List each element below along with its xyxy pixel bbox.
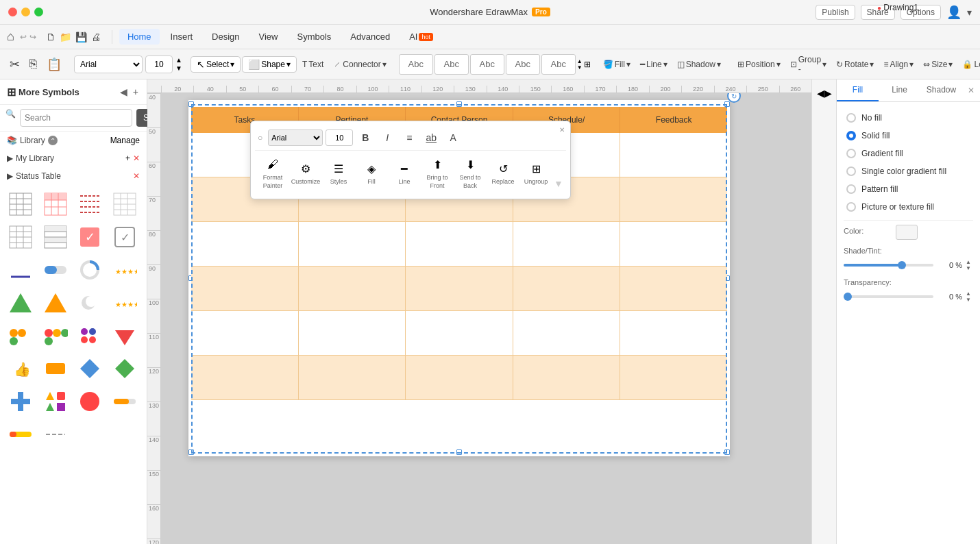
symbol-item-14[interactable] — [40, 288, 71, 318]
style-swatch-3[interactable]: Abc — [470, 54, 504, 75]
minimize-window-btn[interactable] — [21, 8, 30, 16]
remove-library-btn[interactable]: ✕ — [133, 153, 140, 163]
canvas-content[interactable]: ↻ Tasks Pertinent Contact Person Schedul… — [161, 93, 811, 544]
transparency-slider-thumb[interactable] — [844, 293, 852, 301]
symbol-item-12[interactable]: ★★★★★ — [110, 255, 140, 285]
menu-view[interactable]: View — [251, 29, 286, 45]
fill-option-gradient[interactable]: Gradient fill — [844, 145, 973, 162]
align-btn[interactable]: ≡ Align ▾ — [879, 57, 918, 72]
lock-btn[interactable]: 🔒 Lock ▾ — [958, 57, 980, 72]
shape-dropdown[interactable]: ⬜ Shape ▾ — [242, 56, 297, 73]
publish-btn[interactable]: Publish — [816, 5, 855, 20]
user-avatar[interactable]: 👤 — [946, 5, 961, 20]
ft-underline-btn[interactable]: ab — [421, 128, 441, 147]
symbol-item-10[interactable] — [40, 255, 71, 285]
ft-expand-icon[interactable]: ▼ — [554, 178, 563, 192]
symbol-item-24[interactable] — [110, 354, 140, 384]
fill-btn[interactable]: 🪣 Fill ▾ — [599, 57, 635, 72]
styles-expand-btn[interactable]: ⊞ — [584, 60, 591, 69]
symbol-item-7[interactable]: ✓ — [75, 222, 105, 252]
font-size-input[interactable] — [145, 55, 173, 73]
save-icon[interactable]: 💾 — [74, 30, 88, 44]
text-btn[interactable]: T Text — [298, 57, 328, 72]
style-up-btn[interactable]: ▲ — [577, 58, 583, 64]
symbol-item-29[interactable] — [5, 419, 36, 449]
handle-tl[interactable] — [188, 101, 194, 107]
panel-collapse-btn[interactable]: ◀ — [119, 85, 129, 99]
font-family-select[interactable]: Arial — [74, 55, 143, 73]
symbol-item-19[interactable] — [75, 321, 105, 351]
symbol-item-30[interactable] — [40, 419, 71, 449]
transparency-up-btn[interactable]: ▲ — [964, 290, 973, 297]
fill-option-picture[interactable]: Picture or texture fill — [844, 198, 973, 216]
close-window-btn[interactable] — [8, 8, 17, 16]
ft-font-select[interactable]: Arial — [268, 129, 323, 146]
my-library-section[interactable]: ▶ My Library + ✕ — [0, 149, 147, 167]
rotate-btn[interactable]: ↻ Rotate ▾ — [832, 57, 878, 72]
symbol-item-18[interactable] — [40, 321, 71, 351]
search-input[interactable] — [20, 109, 132, 127]
print-icon[interactable]: 🖨 — [90, 30, 102, 44]
ft-size-input[interactable] — [326, 129, 353, 146]
symbol-item-3[interactable] — [75, 189, 105, 219]
symbol-item-20[interactable] — [110, 321, 140, 351]
menu-ai[interactable]: AI hot — [401, 29, 441, 45]
font-size-down-btn[interactable]: ▼ — [175, 64, 182, 72]
library-section[interactable]: 📚 Library ⌃ Manage — [0, 132, 147, 149]
menu-symbols[interactable]: Symbols — [289, 29, 340, 45]
menu-home[interactable]: Home — [119, 29, 160, 45]
symbol-item-27[interactable] — [75, 386, 105, 417]
line-btn[interactable]: ━ Line ▾ — [636, 57, 672, 72]
symbol-item-6[interactable] — [40, 222, 71, 252]
rotate-handle[interactable]: ↻ — [727, 93, 741, 103]
rp-close-btn[interactable]: ✕ — [962, 80, 980, 101]
font-size-up-btn[interactable]: ▲ — [175, 56, 182, 64]
ft-ungroup[interactable]: ⊞ Ungroup — [521, 158, 551, 188]
paste-btn[interactable]: 📋 — [42, 55, 66, 73]
doc-filename[interactable]: Drawing1 — [883, 3, 918, 12]
manage-btn[interactable]: Manage — [110, 136, 140, 145]
ft-italic-btn[interactable]: I — [378, 128, 397, 147]
symbol-item-22[interactable] — [40, 354, 71, 384]
fill-option-none[interactable]: No fill — [844, 109, 973, 127]
chevron-down-icon[interactable]: ▾ — [967, 7, 972, 18]
ft-replace[interactable]: ↺ Replace — [488, 158, 518, 188]
rp-tab-shadow[interactable]: Shadow — [920, 79, 962, 101]
rp-tab-line[interactable]: Line — [879, 79, 920, 101]
symbol-item-4[interactable] — [110, 189, 140, 219]
copy-btn[interactable]: ⎘ — [25, 55, 41, 73]
shade-slider-thumb[interactable] — [898, 261, 906, 269]
menu-design[interactable]: Design — [204, 29, 247, 45]
ft-line[interactable]: ━ Line — [389, 158, 419, 188]
symbol-item-21[interactable]: 👍 — [5, 354, 36, 384]
menu-insert[interactable]: Insert — [162, 29, 201, 45]
select-dropdown[interactable]: ↖ Select ▾ — [191, 56, 241, 73]
cut-btn[interactable]: ✂ — [5, 55, 24, 73]
style-down-btn[interactable]: ▼ — [577, 64, 583, 71]
ft-send-back[interactable]: ⬇ Send to Back — [455, 153, 485, 192]
position-btn[interactable]: ⊞ Position ▾ — [733, 57, 785, 72]
ft-bring-front[interactable]: ⬆ Bring to Front — [422, 153, 452, 192]
expand-right-btn[interactable]: ◀▶ — [815, 84, 834, 103]
symbol-item-9[interactable] — [5, 255, 36, 285]
new-file-icon[interactable]: 🗋 — [45, 30, 57, 44]
ft-customize[interactable]: ⚙ Customize — [291, 158, 321, 188]
symbol-item-23[interactable] — [75, 354, 105, 384]
symbol-item-15[interactable] — [75, 288, 105, 318]
symbol-item-28[interactable] — [110, 386, 140, 417]
open-file-icon[interactable]: 📁 — [58, 30, 73, 44]
home-icon[interactable]: ⌂ — [7, 29, 14, 44]
style-swatch-5[interactable]: Abc — [541, 54, 576, 75]
size-btn[interactable]: ⇔ Size ▾ — [919, 57, 957, 72]
redo-btn[interactable]: ↪ — [29, 32, 36, 42]
style-swatch-2[interactable]: Abc — [434, 54, 469, 75]
transparency-down-btn[interactable]: ▼ — [964, 297, 973, 303]
style-swatch-4[interactable]: Abc — [506, 54, 540, 75]
ft-styles[interactable]: ☰ Styles — [323, 158, 354, 188]
symbol-item-8[interactable]: ✓ — [110, 222, 140, 252]
symbol-item-25[interactable] — [5, 386, 36, 417]
menu-advanced[interactable]: Advanced — [342, 29, 398, 45]
fill-option-single-gradient[interactable]: Single color gradient fill — [844, 162, 973, 180]
group-btn[interactable]: ⊡ Group - ▾ — [786, 52, 831, 77]
symbol-item-5[interactable] — [5, 222, 36, 252]
